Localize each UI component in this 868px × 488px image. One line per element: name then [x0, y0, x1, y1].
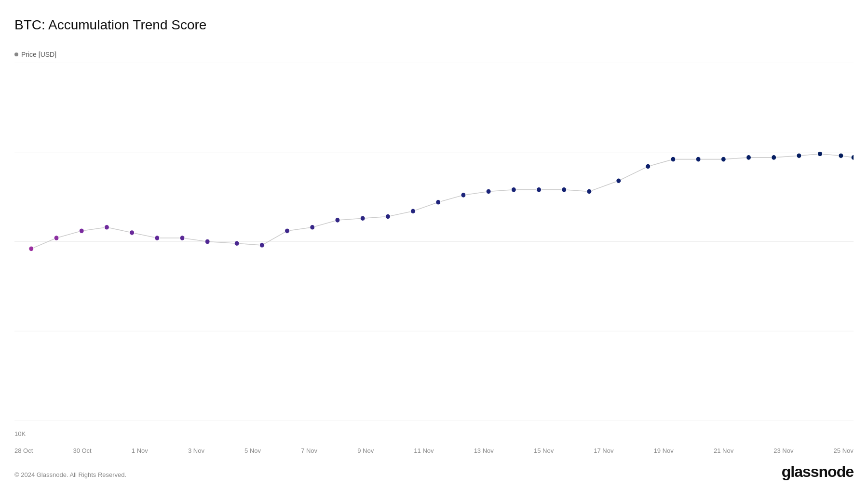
- svg-point-17: [335, 218, 340, 223]
- svg-point-6: [54, 236, 59, 241]
- legend-label: Price [USD]: [21, 51, 56, 58]
- chart-svg: [14, 63, 854, 421]
- svg-point-30: [671, 157, 676, 162]
- svg-point-34: [772, 155, 776, 160]
- x-tick: 13 Nov: [474, 447, 494, 454]
- svg-point-29: [646, 164, 651, 169]
- x-tick: 17 Nov: [594, 447, 613, 454]
- svg-point-21: [436, 199, 441, 205]
- svg-point-15: [285, 228, 290, 234]
- footer: © 2024 Glassnode. All Rights Reserved.: [14, 471, 126, 478]
- svg-point-12: [205, 239, 210, 244]
- svg-point-5: [29, 246, 34, 251]
- svg-point-33: [746, 155, 751, 160]
- svg-point-23: [486, 189, 491, 194]
- svg-point-25: [537, 187, 542, 192]
- svg-point-18: [360, 216, 365, 221]
- svg-point-37: [839, 153, 843, 158]
- svg-point-36: [817, 151, 822, 157]
- page-title: BTC: Accumulation Trend Score: [14, 17, 206, 33]
- x-tick: 19 Nov: [654, 447, 674, 454]
- x-tick: 9 Nov: [357, 447, 374, 454]
- svg-point-11: [180, 236, 185, 241]
- x-tick: 7 Nov: [301, 447, 317, 454]
- svg-point-26: [562, 187, 567, 192]
- svg-point-35: [797, 153, 801, 158]
- svg-point-38: [851, 155, 854, 160]
- svg-point-27: [587, 189, 592, 194]
- y-axis-label: 10K: [14, 430, 26, 437]
- chart-area: [14, 63, 854, 421]
- svg-point-9: [130, 230, 135, 236]
- svg-point-8: [104, 224, 109, 230]
- svg-point-28: [616, 178, 621, 184]
- x-tick: 11 Nov: [414, 447, 434, 454]
- x-tick: 30 Oct: [73, 447, 91, 454]
- x-tick: 25 Nov: [834, 447, 854, 454]
- svg-point-32: [721, 157, 726, 162]
- legend-dot: [14, 53, 18, 56]
- svg-point-20: [411, 209, 416, 214]
- x-tick: 28 Oct: [14, 447, 33, 454]
- x-tick: 23 Nov: [773, 447, 793, 454]
- svg-point-14: [259, 243, 264, 248]
- x-tick: 5 Nov: [244, 447, 261, 454]
- x-tick: 21 Nov: [714, 447, 733, 454]
- svg-point-13: [234, 241, 239, 246]
- x-tick: 1 Nov: [132, 447, 148, 454]
- legend: Price [USD]: [14, 51, 56, 58]
- x-axis: 28 Oct30 Oct1 Nov3 Nov5 Nov7 Nov9 Nov11 …: [14, 447, 854, 454]
- x-tick: 3 Nov: [188, 447, 204, 454]
- x-tick: 15 Nov: [534, 447, 554, 454]
- svg-point-22: [461, 193, 466, 198]
- svg-point-24: [511, 187, 516, 192]
- svg-point-31: [696, 157, 701, 162]
- svg-point-16: [310, 224, 315, 230]
- svg-point-19: [385, 214, 390, 219]
- svg-point-10: [155, 236, 160, 241]
- brand-logo: glassnode: [782, 463, 854, 481]
- svg-point-7: [79, 228, 84, 234]
